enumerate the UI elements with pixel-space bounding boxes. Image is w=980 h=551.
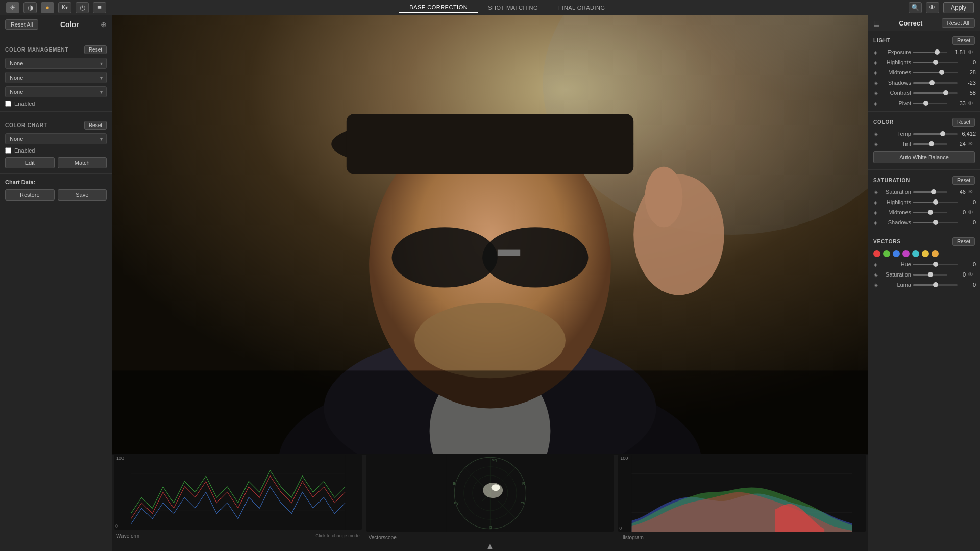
pin-icon[interactable]: ⊕ <box>101 20 107 29</box>
color-dot-cyan[interactable] <box>912 250 919 257</box>
midtones-thumb[interactable] <box>939 70 944 75</box>
tint-track[interactable] <box>913 143 947 145</box>
sat-midtones-track[interactable] <box>913 212 947 213</box>
highlights-thumb[interactable] <box>933 60 938 65</box>
sat-midtones-label: Midtones <box>881 209 911 215</box>
sat-midtones-value: 0 <box>949 209 966 215</box>
match-button[interactable]: Match <box>58 157 107 168</box>
contrast-track[interactable] <box>913 92 958 94</box>
temp-thumb[interactable] <box>940 131 945 136</box>
highlights-track[interactable] <box>913 62 958 63</box>
key-icon-btn[interactable]: K▾ <box>58 2 71 13</box>
sat-midtones-eye[interactable]: 👁 <box>968 209 976 215</box>
cm-enabled-checkbox[interactable] <box>5 101 11 107</box>
vectors-section: VECTORS Reset ◈ Hue 0 <box>868 232 980 292</box>
color-dot-blue[interactable] <box>893 250 900 257</box>
tint-eye[interactable]: 👁 <box>968 141 976 147</box>
exposure-icon[interactable]: ◈ <box>872 48 879 56</box>
shadows-icon[interactable]: ◈ <box>872 79 879 86</box>
light-reset-button[interactable]: Reset <box>952 36 975 45</box>
sat-midtones-thumb[interactable] <box>928 210 933 215</box>
sat-highlights-track[interactable] <box>913 202 958 203</box>
color-chart-reset-button[interactable]: Reset <box>84 121 107 130</box>
contrast-thumb[interactable] <box>943 90 948 95</box>
hue-icon[interactable]: ◈ <box>872 261 879 268</box>
top-bar: ☀ ◑ ● K▾ ◷ ≡ BASE CORRECTION SHOT MATCHI… <box>0 0 980 15</box>
saturation-thumb[interactable] <box>931 189 936 194</box>
rp-icon[interactable]: ▤ <box>873 19 880 27</box>
temp-icon[interactable]: ◈ <box>872 130 879 137</box>
color-icon-btn[interactable]: ● <box>41 2 54 13</box>
pivot-track[interactable] <box>913 103 947 104</box>
contrast-icon[interactable]: ◈ <box>872 89 879 96</box>
sat-shadows-track[interactable] <box>913 222 958 223</box>
luma-track[interactable] <box>913 284 958 286</box>
exposure-eye[interactable]: 👁 <box>968 49 976 55</box>
color-dot-green[interactable] <box>883 250 890 257</box>
hue-track[interactable] <box>913 264 958 265</box>
collapse-arrow[interactable]: ▲ <box>486 542 494 551</box>
vec-saturation-icon[interactable]: ◈ <box>872 271 879 278</box>
chart-row: None <box>0 132 112 146</box>
tab-base-correction[interactable]: BASE CORRECTION <box>399 2 478 13</box>
tint-thumb[interactable] <box>929 141 934 146</box>
color-dot-yellow[interactable] <box>922 250 929 257</box>
pivot-icon[interactable]: ◈ <box>872 99 879 107</box>
sat-highlights-icon[interactable]: ◈ <box>872 198 879 206</box>
camera-select[interactable]: None <box>5 72 107 83</box>
chart-select[interactable]: None <box>5 133 107 144</box>
color-management-reset-button[interactable]: Reset <box>84 45 107 54</box>
saturation-track[interactable] <box>913 191 947 193</box>
color-dot-orange[interactable] <box>932 250 939 257</box>
vectorscope-menu[interactable]: ⋮ <box>607 456 611 461</box>
pivot-thumb[interactable] <box>923 101 928 106</box>
shadows-thumb[interactable] <box>929 80 935 85</box>
save-button[interactable]: Save <box>58 189 107 201</box>
waveform-sublabel[interactable]: Click to change mode <box>315 532 360 541</box>
midtones-icon[interactable]: ◈ <box>872 69 879 76</box>
light-icon-btn[interactable]: ☀ <box>6 2 19 13</box>
pivot-eye[interactable]: 👁 <box>968 100 976 106</box>
right-reset-all-button[interactable]: Reset All <box>942 18 975 28</box>
vectors-reset-button[interactable]: Reset <box>952 237 975 246</box>
contrast-icon-btn[interactable]: ◑ <box>23 2 37 13</box>
tint-icon[interactable]: ◈ <box>872 140 879 147</box>
color-reset-button[interactable]: Reset <box>952 118 975 127</box>
vec-saturation-thumb[interactable] <box>928 272 933 277</box>
vec-saturation-track[interactable] <box>913 274 947 276</box>
sat-highlights-thumb[interactable] <box>933 199 938 205</box>
menu-icon-btn[interactable]: ≡ <box>93 2 106 13</box>
input-lut-select[interactable]: None <box>5 58 107 69</box>
sat-shadows-thumb[interactable] <box>933 220 938 225</box>
left-reset-all-button[interactable]: Reset All <box>5 19 38 30</box>
saturation-eye[interactable]: 👁 <box>968 189 976 195</box>
temp-track[interactable] <box>913 133 958 135</box>
chart-enabled-checkbox[interactable] <box>5 147 11 154</box>
saturation-reset-button[interactable]: Reset <box>952 176 975 185</box>
restore-button[interactable]: Restore <box>5 189 55 201</box>
saturation-icon[interactable]: ◈ <box>872 188 879 195</box>
midtones-track[interactable] <box>913 72 958 73</box>
highlights-icon[interactable]: ◈ <box>872 59 879 66</box>
color-dot-red[interactable] <box>873 250 880 257</box>
exposure-thumb[interactable] <box>935 49 940 55</box>
luma-icon[interactable]: ◈ <box>872 281 879 288</box>
color-dot-magenta[interactable] <box>902 250 910 257</box>
vec-saturation-eye[interactable]: 👁 <box>968 271 976 278</box>
sat-midtones-icon[interactable]: ◈ <box>872 209 879 216</box>
search-icon-btn[interactable]: 🔍 <box>909 2 922 13</box>
sat-shadows-icon[interactable]: ◈ <box>872 219 879 226</box>
shadows-track[interactable] <box>913 82 958 84</box>
clock-icon-btn[interactable]: ◷ <box>76 2 89 13</box>
saturation-section-title: SATURATION <box>873 178 910 183</box>
eye-icon-btn[interactable]: 👁 <box>926 2 939 13</box>
apply-button[interactable]: Apply <box>943 2 974 13</box>
hue-thumb[interactable] <box>933 262 938 267</box>
auto-wb-button[interactable]: Auto White Balance <box>873 151 975 163</box>
luma-thumb[interactable] <box>933 282 938 287</box>
exposure-track[interactable] <box>913 52 947 53</box>
tab-final-grading[interactable]: FINAL GRADING <box>548 2 616 13</box>
edit-button[interactable]: Edit <box>5 157 55 168</box>
tab-shot-matching[interactable]: SHOT MATCHING <box>478 2 548 13</box>
display-select[interactable]: None <box>5 86 107 97</box>
